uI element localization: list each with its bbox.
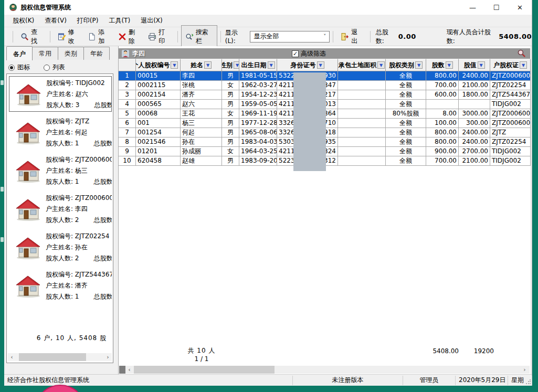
household-item-1[interactable]: 股权编号: ZJTZ户主姓名: 何起股东人数: 1总股数 [9, 114, 112, 150]
total-people-text: 共 10 人 [181, 346, 223, 355]
house-icon [14, 274, 41, 298]
search-bar-icon [185, 33, 194, 41]
radio-circle-icon [8, 65, 15, 71]
close-button[interactable]: ✕ [508, 0, 532, 15]
annotation-circle [36, 385, 85, 392]
scroll-right-icon[interactable]: › [521, 366, 529, 374]
cell-birth: 1981-05-15 [239, 71, 277, 81]
column-header-7[interactable]: 股权类别▼ [386, 59, 426, 71]
cell-code: 0002154 [136, 90, 181, 100]
display-filter-dropdown[interactable]: 显示全部 ˅ [250, 31, 330, 43]
cell-shares: 700.00 [426, 81, 459, 90]
scrollbar-thumb[interactable] [134, 366, 275, 374]
cell-type: 全额 [386, 81, 426, 90]
cell-land [338, 147, 386, 156]
household-summary: 6 户, 10 人, 5408 股 [37, 334, 107, 343]
cell-shares: 100.00 [426, 119, 459, 128]
filter-arrow-icon[interactable]: ▼ [268, 61, 275, 69]
cell-num: 8 [119, 137, 136, 147]
cell-gender: 男 [222, 137, 239, 147]
sidebar-tab-2[interactable]: 类别 [58, 47, 84, 60]
column-header-1[interactable]: 个人股权编号▼↑ [136, 59, 181, 71]
filter-arrow-icon[interactable]: ▼ [478, 61, 485, 69]
print-button[interactable]: 打印 [144, 25, 174, 48]
house-icon [14, 159, 41, 183]
sidebar-tab-3[interactable]: 年龄 [83, 47, 110, 60]
household-count: 股东人数: 2总股数 [46, 253, 112, 264]
cell-land [338, 71, 386, 81]
radio-icon-view[interactable]: 图标 [8, 63, 30, 72]
delete-button[interactable]: 删除 [114, 25, 144, 48]
filter-arrow-icon[interactable]: ▼ [446, 61, 453, 69]
cell-code: 00068 [136, 109, 181, 119]
column-header-2[interactable]: 姓名▼ [181, 59, 222, 71]
column-header-10[interactable]: 户股权证▼ [490, 59, 531, 71]
title-bar[interactable]: 股权信息管理系统 — ☐ ✕ [4, 0, 532, 15]
add-button[interactable]: 添加 [83, 25, 114, 48]
sidebar-tab-0[interactable]: 各户 [6, 46, 33, 60]
cell-birth: 1962-03-27 [239, 81, 277, 90]
filter-arrow-icon[interactable]: ▼ [377, 61, 385, 69]
cell-shares: 800.00 [426, 71, 459, 81]
cell-cert: TIDJG002 [490, 147, 531, 156]
filter-arrow-icon[interactable]: ▼ [520, 61, 527, 69]
radio-list-view[interactable]: 列表 [44, 63, 65, 72]
column-header-6[interactable]: 承包土地面积▼ [338, 59, 386, 71]
checkbox-checked-icon[interactable]: ✓ [292, 50, 299, 57]
household-code: 股权编号: ZJTZ [46, 116, 112, 127]
household-item-4[interactable]: 股权编号: ZJTZ02254户主姓名: 孙在股东人数: 2总股数 [9, 229, 112, 265]
cell-shares: 8.00 [426, 109, 459, 119]
filter-arrow-icon[interactable]: ▼ [171, 61, 178, 69]
cell-type: 80%股额 [386, 109, 426, 119]
cell-code: 001 [136, 119, 181, 128]
find-button[interactable]: 查找 [16, 25, 47, 48]
column-header-9[interactable]: 股值▼ [459, 59, 490, 71]
sidebar-tab-1[interactable]: 常用 [32, 47, 58, 60]
column-header-4[interactable]: 出生日期▼ [239, 59, 277, 71]
household-count: 股东人数: 1总股数 [46, 138, 112, 149]
cell-value [459, 100, 490, 109]
column-header-3[interactable]: 性别▼ [222, 59, 239, 71]
minimize-button[interactable]: — [461, 0, 484, 15]
household-item-0[interactable]: 股权编号: TIDJG002户主姓名: 赵六股东人数: 3总股数 [9, 76, 112, 112]
column-header-8[interactable]: 股数▼ [426, 59, 459, 71]
new-page-icon [88, 33, 96, 41]
cell-birth: 1964-03-25 [239, 147, 277, 156]
cell-value: 2100.00 [459, 81, 490, 90]
cell-num: 9 [119, 147, 136, 156]
filter-arrow-icon[interactable]: ▼ [317, 61, 324, 69]
cell-gender: 男 [222, 128, 239, 137]
cell-num: 2 [119, 81, 136, 90]
toolbar-separator [220, 31, 221, 43]
chevron-down-icon: ˅ [323, 34, 326, 39]
column-header-5[interactable]: 身份证号▼ [277, 59, 338, 71]
cell-num: 5 [119, 109, 136, 119]
filter-arrow-icon[interactable]: ▼ [234, 61, 239, 69]
sidebar-horizontal-scrollbar[interactable]: ‹ › [8, 353, 112, 361]
status-section-4: 星期 [508, 376, 532, 385]
edit-button[interactable]: 修改 [54, 25, 84, 48]
scroll-left-icon[interactable]: ‹ [125, 366, 133, 374]
table-horizontal-scrollbar[interactable]: ‹ › [119, 366, 530, 374]
sidebar-tabs: 各户常用类别年龄 [6, 47, 109, 60]
household-count: 股东人数: 2总股数 [46, 215, 112, 226]
cell-cert: TIDJG002 [490, 156, 531, 166]
cell-birth: 1959-05-05 [239, 100, 277, 109]
advanced-filter-label: 高级筛选 [301, 49, 326, 58]
scroll-left-icon[interactable]: ‹ [8, 353, 16, 361]
household-item-3[interactable]: 股权编号: ZJTZ0006003户主姓名: 李四股东人数: 2总股数 [9, 191, 112, 227]
toolbar-separator [50, 31, 50, 43]
filter-arrow-icon[interactable]: ▼ [204, 61, 212, 69]
exit-button[interactable]: 退出 [336, 25, 367, 48]
scrollbar-thumb[interactable] [19, 353, 86, 361]
maximize-button[interactable]: ☐ [484, 0, 508, 15]
search-icon[interactable] [517, 49, 526, 58]
household-item-2[interactable]: 股权编号: ZJTZ0006001户主姓名: 杨三股东人数: 1总股数 [9, 153, 112, 188]
searchbar-toggle-button[interactable]: 搜索栏 [181, 25, 217, 48]
household-owner: 户主姓名: 赵六 [46, 89, 111, 100]
household-count: 股东人数: 3总股数 [46, 100, 111, 111]
advanced-filter[interactable]: ✓ 高级筛选 [292, 49, 326, 58]
scroll-right-icon[interactable]: › [104, 353, 112, 361]
filter-arrow-icon[interactable]: ▼ [415, 61, 423, 69]
household-item-5[interactable]: 股权编号: ZJTZ544367户主姓名: 潘齐股东人数: 1总股数 [9, 268, 112, 303]
